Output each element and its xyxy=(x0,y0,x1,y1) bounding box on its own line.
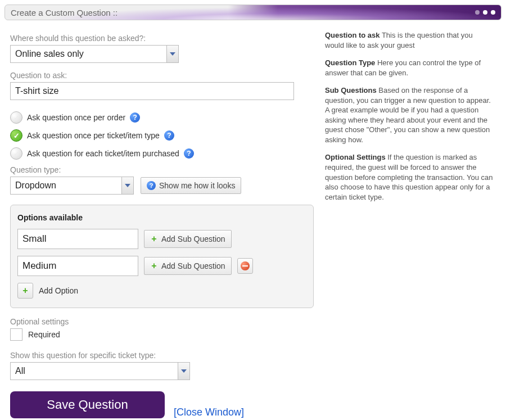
dot-icon xyxy=(475,10,480,15)
remove-option-button[interactable] xyxy=(237,258,253,274)
option-row: + Add Sub Question xyxy=(17,256,306,276)
chevron-down-icon xyxy=(125,184,130,187)
option-input[interactable] xyxy=(17,229,138,249)
ask-mode-label: Ask question once per order xyxy=(27,113,125,122)
help-icon[interactable]: ? xyxy=(164,130,174,141)
ask-mode-option[interactable]: ✓ Ask question once per order ? xyxy=(10,111,314,124)
dot-icon xyxy=(483,10,487,15)
required-label: Required xyxy=(28,330,60,339)
radio-icon[interactable]: ✓ xyxy=(10,147,22,160)
add-sub-question-button[interactable]: + Add Sub Question xyxy=(144,257,232,275)
ask-mode-option[interactable]: ✓ Ask question once per ticket/item type… xyxy=(10,129,314,142)
help-heading: Optional Settings xyxy=(325,153,386,161)
show-me-button[interactable]: ? Show me how it looks xyxy=(141,177,241,194)
option-row: + Add Sub Question xyxy=(17,229,306,249)
close-window-link[interactable]: [Close Window] xyxy=(174,407,244,418)
add-sub-label: Add Sub Question xyxy=(161,234,225,243)
ask-mode-label: Ask question once per ticket/item type xyxy=(27,131,160,140)
save-question-button[interactable]: Save Question xyxy=(10,391,165,418)
plus-icon: + xyxy=(150,262,158,270)
add-option-label: Add Option xyxy=(39,286,78,295)
show-me-label: Show me how it looks xyxy=(159,181,235,190)
specific-select-trigger[interactable] xyxy=(178,362,190,380)
plus-icon: + xyxy=(150,235,158,243)
question-input[interactable] xyxy=(10,82,294,100)
options-title: Options available xyxy=(17,213,306,222)
title-bar: Create a Custom Question :: xyxy=(4,4,502,20)
chevron-down-icon xyxy=(170,52,175,56)
add-sub-label: Add Sub Question xyxy=(161,261,225,270)
where-label: Where should this question be asked?: xyxy=(10,34,314,43)
help-icon[interactable]: ? xyxy=(184,148,194,159)
help-heading: Question Type xyxy=(325,58,375,67)
radio-icon[interactable]: ✓ xyxy=(10,129,22,142)
help-icon[interactable]: ? xyxy=(130,112,140,123)
qtype-label: Question type: xyxy=(10,165,314,174)
window-dots xyxy=(475,10,495,15)
page-title: Create a Custom Question :: xyxy=(11,8,118,17)
options-panel: Options available + Add Sub Question + A… xyxy=(10,205,314,308)
qtype-select-trigger[interactable] xyxy=(121,177,134,195)
where-select-trigger[interactable] xyxy=(166,45,179,63)
specific-select[interactable] xyxy=(10,362,314,380)
ask-mode-option[interactable]: ✓ Ask question for each ticket/item purc… xyxy=(10,147,314,160)
chevron-down-icon xyxy=(181,369,187,373)
required-checkbox[interactable] xyxy=(10,328,22,341)
specific-label: Show this question for specific ticket t… xyxy=(10,351,314,360)
remove-icon xyxy=(241,261,250,270)
radio-icon[interactable]: ✓ xyxy=(10,111,22,124)
specific-select-value[interactable] xyxy=(10,362,178,380)
ask-mode-label: Ask question for each ticket/item purcha… xyxy=(27,149,179,158)
add-option-button[interactable]: + xyxy=(17,283,33,299)
help-heading: Sub Questions xyxy=(325,86,377,94)
qtype-select-value[interactable] xyxy=(10,177,121,195)
add-sub-question-button[interactable]: + Add Sub Question xyxy=(144,230,232,248)
help-heading: Question to ask xyxy=(325,31,380,39)
help-panel: Question to ask This is the question tha… xyxy=(325,30,494,418)
where-select-value[interactable] xyxy=(10,45,166,63)
optional-label: Optional settings xyxy=(10,317,314,326)
question-label: Question to ask: xyxy=(10,71,314,80)
dot-icon xyxy=(491,10,495,15)
where-select[interactable] xyxy=(10,45,314,63)
help-text: Based on the response of a question, you… xyxy=(325,86,491,144)
qtype-select[interactable] xyxy=(10,177,134,195)
option-input[interactable] xyxy=(17,256,138,276)
help-icon: ? xyxy=(147,181,156,190)
plus-icon: + xyxy=(21,287,29,295)
